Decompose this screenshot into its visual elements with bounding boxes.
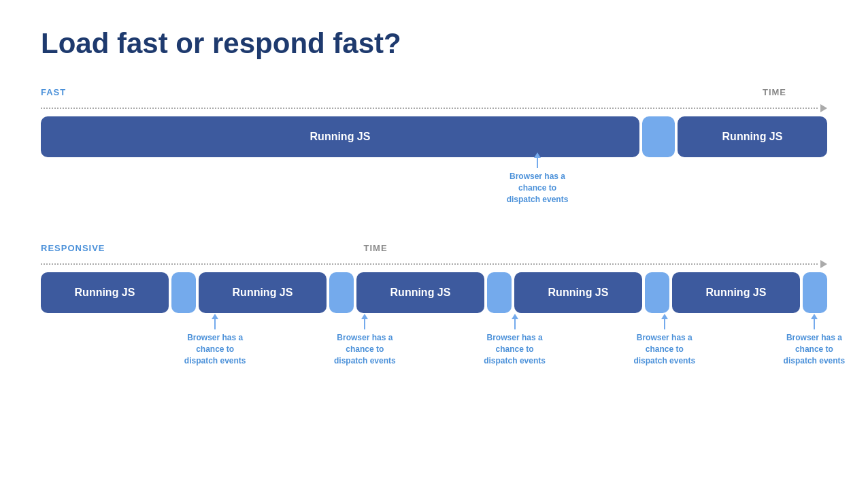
responsive-label: RESPONSIVE (41, 243, 105, 253)
resp-annotation-3: Browser has a chance to dispatch events (481, 319, 549, 366)
fast-block-js-2: Running JS (678, 116, 827, 157)
fast-section: FAST TIME Running JS Running JS Browser … (41, 87, 827, 218)
resp-block-js-1: Running JS (41, 272, 169, 313)
fast-section-header: FAST TIME (41, 87, 827, 97)
fast-dotted-arrow (41, 104, 827, 112)
responsive-section-header: RESPONSIVE TIME (41, 243, 827, 253)
resp-block-gap-5 (803, 272, 827, 313)
fast-blocks-row: Running JS Running JS (41, 116, 827, 157)
resp-block-js-3: Running JS (356, 272, 484, 313)
resp-ann-arrow-2 (364, 319, 365, 329)
fast-block-js-1: Running JS (41, 116, 639, 157)
resp-ann-text-5: Browser has a chance to dispatch events (780, 332, 848, 366)
resp-annotation-1: Browser has a chance to dispatch events (181, 319, 249, 366)
resp-block-js-4: Running JS (514, 272, 642, 313)
resp-annotation-5: Browser has a chance to dispatch events (780, 319, 848, 366)
responsive-dotted-arrow (41, 260, 827, 268)
responsive-arrow-head (820, 260, 827, 268)
resp-block-js-5: Running JS (672, 272, 800, 313)
resp-ann-text-2: Browser has a chance to dispatch events (331, 332, 399, 366)
resp-block-gap-4 (645, 272, 669, 313)
resp-ann-arrow-1 (214, 319, 216, 329)
responsive-timeline-arrow (41, 260, 827, 268)
resp-ann-text-4: Browser has a chance to dispatch events (631, 332, 699, 366)
resp-ann-arrow-4 (664, 319, 665, 329)
fast-annotation-container: Browser has a chance to dispatch events (41, 157, 827, 218)
responsive-blocks-row: Running JS Running JS Running JS Running… (41, 272, 827, 313)
responsive-annotations-row: Browser has a chance to dispatch events … (41, 319, 827, 373)
fast-timeline-arrow (41, 104, 827, 112)
resp-ann-text-1: Browser has a chance to dispatch events (181, 332, 249, 366)
fast-annotation-text: Browser has a chance to dispatch events (503, 171, 571, 205)
page-title: Load fast or respond fast? (41, 27, 827, 60)
resp-ann-arrow-3 (514, 319, 516, 329)
fast-annotation: Browser has a chance to dispatch events (503, 157, 571, 205)
resp-block-gap-2 (329, 272, 354, 313)
resp-ann-arrow-5 (814, 319, 815, 329)
resp-annotation-2: Browser has a chance to dispatch events (331, 319, 399, 366)
fast-time-label: TIME (763, 87, 786, 97)
resp-ann-text-3: Browser has a chance to dispatch events (481, 332, 549, 366)
fast-dotted-line (41, 108, 818, 109)
resp-block-gap-3 (487, 272, 512, 313)
resp-block-js-2: Running JS (199, 272, 327, 313)
resp-annotation-4: Browser has a chance to dispatch events (631, 319, 699, 366)
responsive-dotted-line (41, 263, 818, 265)
responsive-time-label: TIME (364, 243, 388, 253)
responsive-section: RESPONSIVE TIME Running JS Running JS Ru… (41, 243, 827, 373)
fast-annotation-arrow (537, 157, 538, 168)
fast-label: FAST (41, 87, 66, 97)
fast-block-gap (642, 116, 675, 157)
fast-arrow-head (820, 104, 827, 112)
resp-block-gap-1 (171, 272, 196, 313)
